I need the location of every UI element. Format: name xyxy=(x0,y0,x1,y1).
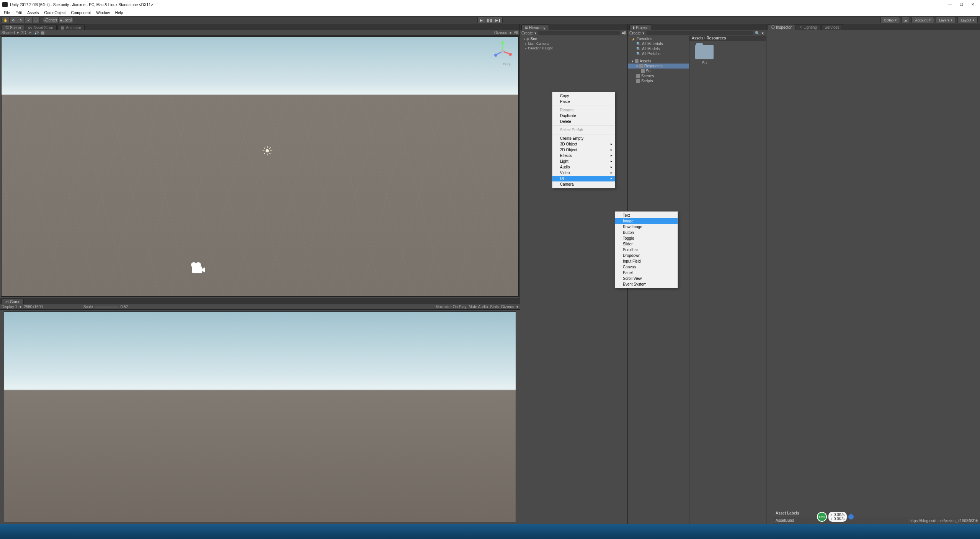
ctx-ui-dropdown[interactable]: Dropdown xyxy=(615,253,678,258)
ctx-ui-scroll-view[interactable]: Scroll View xyxy=(615,276,678,281)
mute-audio-toggle[interactable]: Mute Audio xyxy=(469,305,488,309)
windows-taskbar[interactable] xyxy=(0,524,980,539)
scale-slider[interactable] xyxy=(95,307,118,307)
ctx-light[interactable]: Light xyxy=(552,158,615,164)
ctx-audio[interactable]: Audio xyxy=(552,164,615,170)
tree-all-models[interactable]: 🔍All Models xyxy=(628,46,689,51)
tab-game[interactable]: 🎮Game xyxy=(2,299,24,304)
axis-gizmo-icon[interactable] xyxy=(492,41,513,62)
tab-services[interactable]: Services xyxy=(821,24,843,30)
tree-resources[interactable]: ▾ Resources xyxy=(628,64,689,69)
audio-toggle-icon[interactable]: 🔊 xyxy=(34,31,39,35)
maximize-on-play-toggle[interactable]: Maximize On Play xyxy=(436,305,467,309)
rotate-tool-button[interactable]: ↻ xyxy=(17,17,24,23)
fx-toggle-icon[interactable]: ▦ xyxy=(41,31,44,35)
collab-dropdown[interactable]: Collab xyxy=(880,17,900,23)
ctx-camera[interactable]: Camera xyxy=(552,181,615,187)
tab-hierarchy[interactable]: ☰ Hierarchy xyxy=(521,24,549,30)
menu-assets[interactable]: Assets xyxy=(25,10,41,15)
menu-gameobject[interactable]: GameObject xyxy=(42,10,68,15)
hierarchy-create-dropdown[interactable]: Create xyxy=(521,31,533,35)
ctx-ui-button[interactable]: Button xyxy=(615,230,678,235)
hierarchy-search-input[interactable] xyxy=(538,31,620,35)
tree-all-prefabs[interactable]: 🔍All Prefabs xyxy=(628,51,689,56)
project-breadcrumb[interactable]: Assets › Resources xyxy=(689,36,766,41)
hierarchy-item-main-camera[interactable]: Main Camera xyxy=(520,41,627,46)
shading-mode-dropdown[interactable]: Shaded xyxy=(2,31,15,35)
ctx-3d-object[interactable]: 3D Object xyxy=(552,141,615,147)
game-gizmos-dropdown[interactable]: Gizmos xyxy=(501,305,514,309)
menu-edit[interactable]: Edit xyxy=(13,10,24,15)
cloud-button[interactable]: ☁ xyxy=(902,17,909,23)
tree-all-materials[interactable]: 🔍All Materials xyxy=(628,41,689,46)
ctx-ui-text[interactable]: Text xyxy=(615,212,678,218)
tree-su[interactable]: Su xyxy=(628,69,689,74)
scene-viewport[interactable]: Persp xyxy=(1,36,519,297)
ctx-create-empty[interactable]: Create Empty xyxy=(552,136,615,141)
ctx-copy[interactable]: Copy xyxy=(552,93,615,99)
favorite-save-icon[interactable]: ★ xyxy=(761,31,764,35)
hand-tool-button[interactable]: ✋ xyxy=(2,17,9,23)
ctx-ui-panel[interactable]: Panel xyxy=(615,270,678,276)
menu-help[interactable]: Help xyxy=(113,10,126,15)
lighting-toggle-icon[interactable]: ☀ xyxy=(28,31,32,35)
pivot-mode-button[interactable]: ▪ Center xyxy=(43,17,58,23)
ctx-ui-scrollbar[interactable]: Scrollbar xyxy=(615,247,678,253)
tree-scenes[interactable]: Scenes xyxy=(628,74,689,78)
tab-scene[interactable]: 🎬Scene xyxy=(2,24,24,30)
project-content[interactable]: Assets › Resources Su xyxy=(689,36,766,524)
folder-thumbnail[interactable]: Su xyxy=(693,45,715,65)
ctx-delete[interactable]: Delete xyxy=(552,119,615,124)
projection-label[interactable]: Persp xyxy=(503,62,511,66)
ctx-ui-image[interactable]: Image xyxy=(615,218,678,224)
ctx-ui-canvas[interactable]: Canvas xyxy=(615,264,678,270)
ctx-2d-object[interactable]: 2D Object xyxy=(552,147,615,153)
ctx-paste[interactable]: Paste xyxy=(552,99,615,105)
context-menu-hierarchy[interactable]: Copy Paste Rename Duplicate Delete Selec… xyxy=(552,92,615,188)
menu-component[interactable]: Component xyxy=(69,10,93,15)
ctx-video[interactable]: Video xyxy=(552,170,615,176)
mode-2d-toggle[interactable]: 2D xyxy=(21,31,26,35)
close-button[interactable]: ✕ xyxy=(967,1,978,8)
menu-file[interactable]: File xyxy=(2,10,12,15)
space-mode-button[interactable]: ◈ Local xyxy=(58,17,73,23)
ctx-ui-input-field[interactable]: Input Field xyxy=(615,258,678,264)
account-dropdown[interactable]: Account xyxy=(911,17,934,23)
game-viewport[interactable] xyxy=(4,311,516,522)
hierarchy-item-directional-light[interactable]: Directional Light xyxy=(520,46,627,51)
tab-lighting[interactable]: ☀ Lighting xyxy=(796,24,820,30)
tab-inspector[interactable]: ⓘ Inspector xyxy=(768,24,795,30)
play-button[interactable]: ▶ xyxy=(477,17,485,23)
move-tool-button[interactable]: ✥ xyxy=(9,17,17,23)
tree-scripts[interactable]: Scripts xyxy=(628,78,689,83)
tab-project[interactable]: ▮ Project xyxy=(629,24,651,30)
project-search-input[interactable] xyxy=(646,31,753,35)
ctx-ui-event-system[interactable]: Event System xyxy=(615,281,678,287)
ctx-effects[interactable]: Effects xyxy=(552,153,615,158)
ctx-ui-toggle[interactable]: Toggle xyxy=(615,235,678,241)
maximize-button[interactable]: ☐ xyxy=(956,1,967,8)
ctx-ui-raw-image[interactable]: Raw Image xyxy=(615,224,678,230)
search-filter-icon[interactable]: 🔍 xyxy=(755,31,760,35)
project-create-dropdown[interactable]: Create xyxy=(629,31,641,35)
ctx-duplicate[interactable]: Duplicate xyxy=(552,113,615,119)
layout-dropdown[interactable]: Layout xyxy=(957,17,978,23)
context-submenu-ui[interactable]: Text Image Raw Image Button Toggle Slide… xyxy=(615,211,678,288)
stats-toggle[interactable]: Stats xyxy=(490,305,499,309)
tree-assets[interactable]: ▾ Assets xyxy=(628,59,689,64)
tab-asset-store[interactable]: 🛍Asset Store xyxy=(25,24,57,30)
resolution-dropdown[interactable]: 2560x1600 xyxy=(24,305,43,309)
search-all[interactable]: All xyxy=(514,31,518,35)
rect-tool-button[interactable]: ▭ xyxy=(32,17,40,23)
gizmos-dropdown[interactable]: Gizmos xyxy=(494,31,507,35)
tree-favorites[interactable]: ★Favorites xyxy=(628,36,689,41)
ctx-ui[interactable]: UI xyxy=(552,176,615,181)
pause-button[interactable]: ❚❚ xyxy=(485,17,494,23)
tab-animator[interactable]: ▦Animator xyxy=(57,24,85,30)
layers-dropdown[interactable]: Layers xyxy=(936,17,956,23)
step-button[interactable]: ▶❚ xyxy=(494,17,503,23)
ctx-ui-slider[interactable]: Slider xyxy=(615,241,678,247)
display-dropdown[interactable]: Display 1 xyxy=(2,305,17,309)
minimize-button[interactable]: — xyxy=(944,1,956,8)
menu-window[interactable]: Window xyxy=(94,10,112,15)
